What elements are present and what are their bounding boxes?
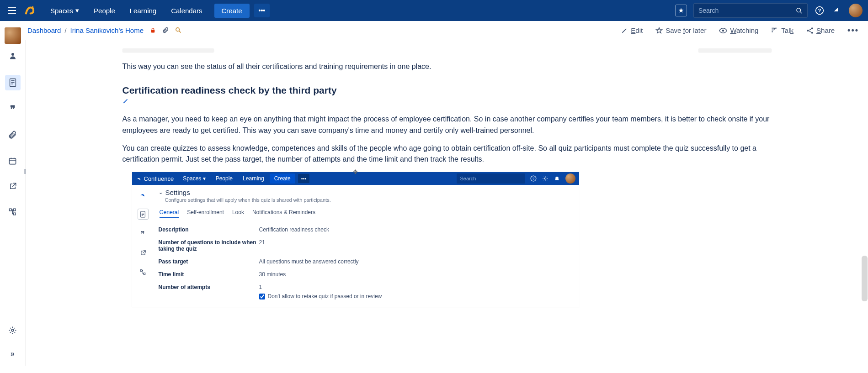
embed-tab-look: Look <box>232 209 244 218</box>
svg-text:?: ? <box>532 177 534 181</box>
embed-rail-external-icon <box>138 248 148 258</box>
move-handle-icon[interactable]: ✥ <box>353 168 358 175</box>
embed-row-description: Description Certification readiness chec… <box>159 226 570 233</box>
magnifier-icon[interactable] <box>175 27 182 34</box>
share-action[interactable]: Share <box>806 26 835 34</box>
svg-point-7 <box>807 30 809 32</box>
svg-point-16 <box>11 329 14 331</box>
embed-tabs: General Self-enrollment Look Notificatio… <box>160 209 570 218</box>
user-avatar[interactable] <box>849 4 863 17</box>
star-icon[interactable] <box>675 5 687 16</box>
more-actions-icon[interactable]: ••• <box>847 26 859 35</box>
breadcrumb-dashboard[interactable]: Dashboard <box>27 26 61 34</box>
rail-attachment-icon[interactable] <box>6 129 19 142</box>
embed-rail-page-icon <box>138 209 149 220</box>
breadcrumb-separator: / <box>64 26 66 34</box>
topbar-right: ? <box>675 3 863 18</box>
rail-external-icon[interactable] <box>6 180 19 193</box>
help-icon[interactable]: ? <box>814 5 825 16</box>
embed-value: 1 <box>259 284 262 290</box>
embed-nav-spaces: Spaces ▾ <box>178 173 210 184</box>
nav-learning[interactable]: Learning <box>123 3 163 18</box>
search-field[interactable] <box>698 7 796 14</box>
svg-rect-15 <box>13 213 16 215</box>
embed-checkbox <box>259 294 265 299</box>
embed-rail-quote-icon: ❞ <box>138 229 148 239</box>
body: ❞ ‖ » This way you can see the status of… <box>0 40 868 366</box>
embed-value: Certification readiness check <box>259 226 329 233</box>
svg-point-0 <box>32 6 33 8</box>
embed-value: 21 <box>259 239 265 252</box>
paragraph-2: You can create quizzes to assess knowled… <box>122 143 772 166</box>
embed-content: ⌄ Settings Configure settings that will … <box>154 185 579 307</box>
nav-calendars[interactable]: Calendars <box>165 3 208 18</box>
rail-quote-icon[interactable]: ❞ <box>6 103 19 116</box>
topbar: Spaces ▾ People Learning Calendars Creat… <box>0 0 868 21</box>
edit-action[interactable]: Edit <box>621 26 643 34</box>
embed-create-button: Create <box>270 173 295 184</box>
svg-rect-4 <box>151 30 154 32</box>
rail-person-icon[interactable] <box>6 49 19 62</box>
save-for-later-action[interactable]: Save for later <box>655 26 706 34</box>
breadcrumb-page[interactable]: Irina Sanikovich's Home <box>70 26 144 34</box>
rail-settings-icon[interactable] <box>6 324 19 336</box>
notifications-icon[interactable] <box>831 5 842 16</box>
paragraph-1: As a manager, you need to keep an eye on… <box>122 114 772 137</box>
edit-section-icon[interactable] <box>122 98 129 104</box>
page-actions: Edit Save for later Watching Talk Share … <box>621 26 859 35</box>
attachment-icon[interactable] <box>162 27 169 34</box>
talk-action[interactable]: Talk <box>771 26 793 34</box>
embed-value: All questions must be answered correctly <box>259 258 359 265</box>
rail-tree-icon[interactable] <box>6 205 19 218</box>
svg-rect-22 <box>140 270 142 272</box>
embed-checkbox-label: Don't allow to retake quiz if passed or … <box>268 293 382 299</box>
chevron-down-icon: ▾ <box>75 6 79 15</box>
rail-expand-icon[interactable]: » <box>6 347 19 360</box>
embed-nav: Spaces ▾ People Learning Create ••• <box>178 173 309 184</box>
top-nav: Spaces ▾ People Learning Calendars Creat… <box>44 3 270 18</box>
create-button[interactable]: Create <box>214 4 250 18</box>
svg-point-20 <box>544 178 546 179</box>
lock-icon[interactable] <box>149 27 156 34</box>
svg-rect-14 <box>13 209 16 211</box>
nav-people[interactable]: People <box>87 3 122 18</box>
embed-label: Number of attempts <box>159 284 259 290</box>
embedded-screenshot: ✥ Confluence Spaces ▾ People Learning Cr… <box>132 172 580 307</box>
embed-nav-people: People <box>211 173 237 184</box>
scrollbar-thumb[interactable] <box>862 256 868 301</box>
watching-action[interactable]: Watching <box>719 26 758 34</box>
svg-point-10 <box>11 53 14 56</box>
embed-help-icon: ? <box>530 175 537 182</box>
rail-page-icon[interactable] <box>5 75 21 90</box>
embed-more-button: ••• <box>298 174 310 183</box>
embed-row-passtarget: Pass target All questions must be answer… <box>159 258 570 265</box>
faded-blocks <box>122 48 772 52</box>
svg-rect-12 <box>9 158 16 164</box>
svg-point-8 <box>811 27 813 29</box>
embed-tab-general: General <box>160 209 179 218</box>
embed-body: ❞ ⌄ Settings Configure settings that wil… <box>132 185 579 307</box>
page-header: Dashboard / Irina Sanikovich's Home Edit… <box>0 21 868 40</box>
embed-label: Description <box>159 226 259 233</box>
create-more-button[interactable]: ••• <box>254 4 270 17</box>
embed-search <box>457 173 525 184</box>
svg-rect-23 <box>144 273 145 275</box>
embed-rail-logo-icon <box>138 189 148 200</box>
rail-calendar-icon[interactable] <box>6 154 19 167</box>
app-logo[interactable] <box>24 5 36 16</box>
svg-point-6 <box>722 29 724 32</box>
svg-point-9 <box>811 32 813 33</box>
embed-row-numquestions: Number of questions to include when taki… <box>159 239 570 252</box>
embed-row-attempts: Number of attempts 1 <box>159 284 570 290</box>
svg-point-1 <box>797 8 801 12</box>
intro-text: This way you can see the status of all t… <box>122 61 772 72</box>
embed-nav-learning: Learning <box>238 173 269 184</box>
embed-tab-self-enrollment: Self-enrollment <box>187 209 224 218</box>
hamburger-icon[interactable] <box>5 4 18 17</box>
embed-value: 30 minutes <box>259 271 286 278</box>
embed-rail: ❞ <box>132 185 154 307</box>
search-input[interactable] <box>693 3 808 18</box>
nav-spaces[interactable]: Spaces ▾ <box>44 3 85 18</box>
embed-row-timelimit: Time limit 30 minutes <box>159 271 570 278</box>
embed-bell-icon <box>554 175 561 182</box>
